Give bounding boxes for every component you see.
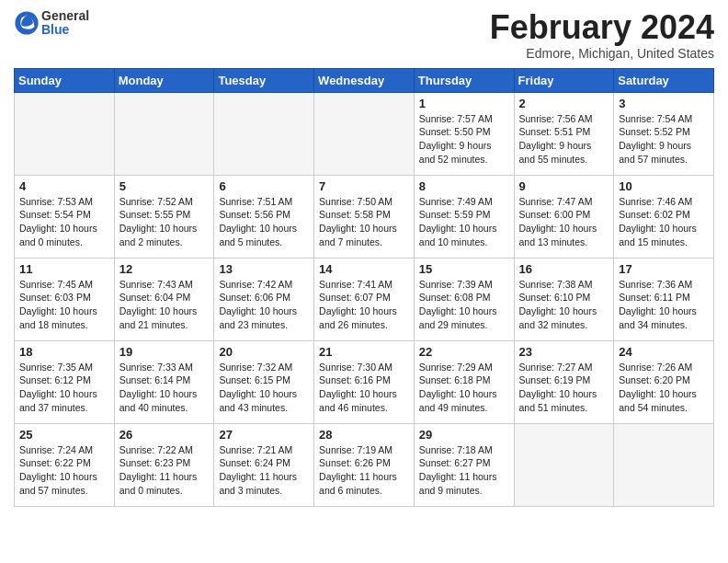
day-info: Sunrise: 7:57 AM Sunset: 5:50 PM Dayligh… [419, 112, 509, 167]
logo: General Blue [14, 9, 89, 38]
title-block: February 2024 Edmore, Michigan, United S… [490, 9, 714, 61]
day-number: 4 [19, 179, 109, 193]
calendar-week-row: 18Sunrise: 7:35 AM Sunset: 6:12 PM Dayli… [15, 340, 714, 423]
calendar-cell: 25Sunrise: 7:24 AM Sunset: 6:22 PM Dayli… [15, 423, 115, 506]
calendar-cell: 19Sunrise: 7:33 AM Sunset: 6:14 PM Dayli… [114, 340, 214, 423]
day-number: 24 [619, 345, 709, 359]
day-number: 7 [319, 179, 409, 193]
day-number: 10 [619, 179, 709, 193]
calendar-cell: 4Sunrise: 7:53 AM Sunset: 5:54 PM Daylig… [15, 175, 115, 258]
month-year: February 2024 [490, 9, 714, 46]
calendar-cell [614, 423, 714, 506]
weekday-header: Saturday [614, 68, 714, 92]
day-number: 15 [419, 262, 509, 276]
day-number: 9 [519, 179, 609, 193]
day-info: Sunrise: 7:49 AM Sunset: 5:59 PM Dayligh… [419, 195, 509, 249]
day-info: Sunrise: 7:51 AM Sunset: 5:56 PM Dayligh… [219, 195, 309, 249]
day-info: Sunrise: 7:33 AM Sunset: 6:14 PM Dayligh… [119, 361, 210, 415]
calendar-cell: 6Sunrise: 7:51 AM Sunset: 5:56 PM Daylig… [214, 175, 314, 258]
day-number: 23 [519, 345, 609, 359]
day-number: 22 [419, 345, 509, 359]
calendar-cell: 3Sunrise: 7:54 AM Sunset: 5:52 PM Daylig… [614, 92, 714, 175]
day-number: 6 [219, 179, 309, 193]
day-number: 29 [419, 428, 509, 442]
day-number: 21 [319, 345, 409, 359]
day-info: Sunrise: 7:24 AM Sunset: 6:22 PM Dayligh… [19, 443, 109, 498]
day-info: Sunrise: 7:47 AM Sunset: 6:00 PM Dayligh… [519, 195, 609, 249]
day-info: Sunrise: 7:54 AM Sunset: 5:52 PM Dayligh… [619, 112, 709, 167]
day-info: Sunrise: 7:26 AM Sunset: 6:20 PM Dayligh… [619, 361, 709, 415]
calendar-week-row: 4Sunrise: 7:53 AM Sunset: 5:54 PM Daylig… [15, 175, 714, 258]
day-info: Sunrise: 7:27 AM Sunset: 6:19 PM Dayligh… [519, 361, 609, 415]
day-info: Sunrise: 7:42 AM Sunset: 6:06 PM Dayligh… [219, 278, 309, 332]
day-info: Sunrise: 7:38 AM Sunset: 6:10 PM Dayligh… [519, 278, 609, 332]
logo-icon [14, 10, 40, 36]
day-info: Sunrise: 7:41 AM Sunset: 6:07 PM Dayligh… [319, 278, 409, 332]
day-info: Sunrise: 7:52 AM Sunset: 5:55 PM Dayligh… [119, 195, 210, 249]
day-info: Sunrise: 7:53 AM Sunset: 5:54 PM Dayligh… [19, 195, 109, 249]
calendar-cell: 5Sunrise: 7:52 AM Sunset: 5:55 PM Daylig… [114, 175, 214, 258]
calendar-cell: 24Sunrise: 7:26 AM Sunset: 6:20 PM Dayli… [614, 340, 714, 423]
day-number: 28 [319, 428, 409, 442]
day-info: Sunrise: 7:46 AM Sunset: 6:02 PM Dayligh… [619, 195, 709, 249]
calendar-week-row: 11Sunrise: 7:45 AM Sunset: 6:03 PM Dayli… [15, 258, 714, 340]
day-info: Sunrise: 7:35 AM Sunset: 6:12 PM Dayligh… [19, 361, 109, 415]
day-info: Sunrise: 7:39 AM Sunset: 6:08 PM Dayligh… [419, 278, 509, 332]
calendar-header-row: SundayMondayTuesdayWednesdayThursdayFrid… [15, 68, 714, 92]
calendar-cell: 1Sunrise: 7:57 AM Sunset: 5:50 PM Daylig… [414, 92, 514, 175]
weekday-header: Monday [114, 68, 214, 92]
day-number: 19 [119, 345, 210, 359]
calendar-cell: 13Sunrise: 7:42 AM Sunset: 6:06 PM Dayli… [214, 258, 314, 340]
day-number: 8 [419, 179, 509, 193]
day-info: Sunrise: 7:56 AM Sunset: 5:51 PM Dayligh… [519, 112, 609, 167]
calendar-cell: 9Sunrise: 7:47 AM Sunset: 6:00 PM Daylig… [514, 175, 614, 258]
calendar-cell [514, 423, 614, 506]
day-number: 26 [119, 428, 210, 442]
calendar-cell: 26Sunrise: 7:22 AM Sunset: 6:23 PM Dayli… [114, 423, 214, 506]
day-info: Sunrise: 7:50 AM Sunset: 5:58 PM Dayligh… [319, 195, 409, 249]
day-info: Sunrise: 7:32 AM Sunset: 6:15 PM Dayligh… [219, 361, 309, 415]
day-info: Sunrise: 7:45 AM Sunset: 6:03 PM Dayligh… [19, 278, 109, 332]
calendar-cell: 14Sunrise: 7:41 AM Sunset: 6:07 PM Dayli… [314, 258, 415, 340]
day-info: Sunrise: 7:43 AM Sunset: 6:04 PM Dayligh… [119, 278, 210, 332]
day-number: 5 [119, 179, 210, 193]
calendar-week-row: 25Sunrise: 7:24 AM Sunset: 6:22 PM Dayli… [15, 423, 714, 506]
calendar-cell: 21Sunrise: 7:30 AM Sunset: 6:16 PM Dayli… [314, 340, 415, 423]
page-header: General Blue February 2024 Edmore, Michi… [14, 9, 714, 61]
day-info: Sunrise: 7:19 AM Sunset: 6:26 PM Dayligh… [319, 443, 409, 498]
day-info: Sunrise: 7:21 AM Sunset: 6:24 PM Dayligh… [219, 443, 309, 498]
calendar-cell: 7Sunrise: 7:50 AM Sunset: 5:58 PM Daylig… [314, 175, 415, 258]
location: Edmore, Michigan, United States [490, 46, 714, 61]
day-number: 3 [619, 97, 709, 110]
weekday-header: Tuesday [214, 68, 314, 92]
calendar-cell: 17Sunrise: 7:36 AM Sunset: 6:11 PM Dayli… [614, 258, 714, 340]
calendar-cell: 27Sunrise: 7:21 AM Sunset: 6:24 PM Dayli… [214, 423, 314, 506]
calendar-cell: 10Sunrise: 7:46 AM Sunset: 6:02 PM Dayli… [614, 175, 714, 258]
day-number: 2 [519, 97, 609, 110]
calendar-cell: 22Sunrise: 7:29 AM Sunset: 6:18 PM Dayli… [414, 340, 514, 423]
calendar-cell: 2Sunrise: 7:56 AM Sunset: 5:51 PM Daylig… [514, 92, 614, 175]
day-number: 17 [619, 262, 709, 276]
day-number: 13 [219, 262, 309, 276]
weekday-header: Friday [514, 68, 614, 92]
calendar: SundayMondayTuesdayWednesdayThursdayFrid… [14, 68, 714, 507]
day-number: 27 [219, 428, 309, 442]
day-number: 18 [19, 345, 109, 359]
day-info: Sunrise: 7:22 AM Sunset: 6:23 PM Dayligh… [119, 443, 210, 498]
day-number: 1 [419, 97, 509, 110]
day-number: 25 [19, 428, 109, 442]
calendar-cell [314, 92, 415, 175]
calendar-cell: 29Sunrise: 7:18 AM Sunset: 6:27 PM Dayli… [414, 423, 514, 506]
calendar-week-row: 1Sunrise: 7:57 AM Sunset: 5:50 PM Daylig… [15, 92, 714, 175]
calendar-cell [214, 92, 314, 175]
calendar-cell: 23Sunrise: 7:27 AM Sunset: 6:19 PM Dayli… [514, 340, 614, 423]
calendar-cell: 12Sunrise: 7:43 AM Sunset: 6:04 PM Dayli… [114, 258, 214, 340]
day-number: 14 [319, 262, 409, 276]
day-info: Sunrise: 7:30 AM Sunset: 6:16 PM Dayligh… [319, 361, 409, 415]
calendar-cell: 15Sunrise: 7:39 AM Sunset: 6:08 PM Dayli… [414, 258, 514, 340]
calendar-cell: 18Sunrise: 7:35 AM Sunset: 6:12 PM Dayli… [15, 340, 115, 423]
day-number: 12 [119, 262, 210, 276]
calendar-cell: 16Sunrise: 7:38 AM Sunset: 6:10 PM Dayli… [514, 258, 614, 340]
calendar-cell: 28Sunrise: 7:19 AM Sunset: 6:26 PM Dayli… [314, 423, 415, 506]
day-number: 16 [519, 262, 609, 276]
